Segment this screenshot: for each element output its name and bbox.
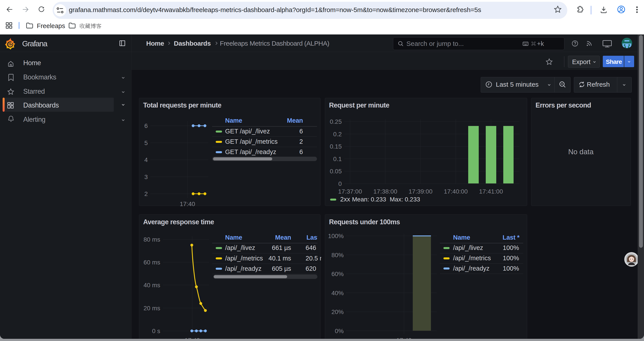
svg-text:60%: 60% [332,270,344,277]
svg-text:20%: 20% [332,308,344,315]
svg-text:4: 4 [144,156,148,163]
svg-text:17:40:00: 17:40:00 [444,188,468,195]
svg-text:6: 6 [144,122,148,129]
svg-text:3: 3 [144,174,148,180]
svg-text:0 s: 0 s [152,327,160,334]
svg-text:0.25: 0.25 [330,118,342,125]
svg-text:17:40: 17:40 [184,337,200,339]
svg-text:17:41:00: 17:41:00 [479,188,503,195]
svg-text:80 ms: 80 ms [144,236,160,243]
svg-text:0.1: 0.1 [333,156,342,162]
svg-text:0: 0 [338,180,342,187]
svg-text:0.2: 0.2 [333,131,342,138]
svg-text:17:39:00: 17:39:00 [408,188,432,195]
svg-text:0.05: 0.05 [330,168,342,175]
svg-text:100%: 100% [328,233,344,239]
svg-text:40%: 40% [332,290,344,296]
svg-text:0.15: 0.15 [330,143,342,150]
svg-text:40 ms: 40 ms [144,282,160,288]
svg-text:17:37:00: 17:37:00 [338,188,362,195]
svg-text:80%: 80% [332,252,344,258]
svg-text:17:38:00: 17:38:00 [373,188,397,195]
svg-text:60 ms: 60 ms [144,259,160,266]
svg-text:0%: 0% [335,327,344,334]
svg-text:5: 5 [144,140,148,146]
svg-text:2: 2 [144,190,148,197]
svg-text:20 ms: 20 ms [144,305,160,311]
svg-text:17:40: 17:40 [180,201,195,207]
svg-text:17:40: 17:40 [396,337,412,339]
